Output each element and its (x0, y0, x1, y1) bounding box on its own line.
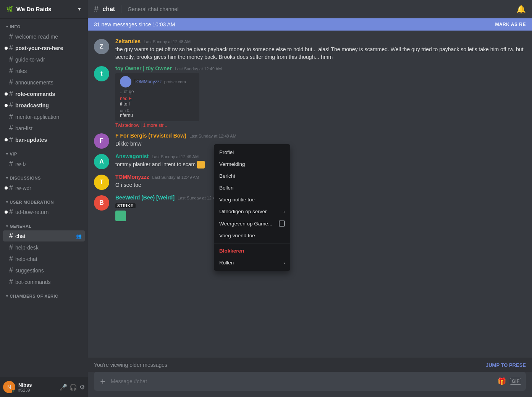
section-header-discussions[interactable]: ▾DISCUSSIONS (0, 170, 88, 182)
avatar: N (3, 381, 15, 393)
channel-hash-icon: # (9, 78, 13, 86)
message-timestamp: Last Sunday at 12:49 AM (175, 66, 222, 71)
embed-bottom-text: it to l (120, 101, 195, 107)
embed-username: Twistednow | 1 more str... (115, 123, 167, 128)
section-label: GENERAL (10, 224, 32, 228)
sidebar-item-welcome-read-me[interactable]: #welcome-read-me (3, 31, 85, 42)
mark-as-read-button[interactable]: MARK AS RE (495, 22, 526, 27)
context-menu-item-blokkeren[interactable]: Blokkeren (214, 245, 290, 257)
channel-name: role-commands (15, 91, 55, 97)
section-header-chambers-of-xeric[interactable]: ▾CHAMBERS OF XERIC (0, 288, 88, 300)
sidebar-item-help-chat[interactable]: #help-chat (3, 253, 85, 264)
message-author[interactable]: Zeltarules (115, 38, 141, 44)
unread-dot (5, 47, 8, 50)
add-attachment-button[interactable]: ＋ (99, 372, 107, 391)
server-name: 🌿 We Do Raids (6, 6, 51, 13)
message-author[interactable]: toy Owner | t0y Owner (115, 65, 172, 71)
channel-hash-icon: # (9, 124, 13, 132)
message-author[interactable]: BeeWeird (Bee) [Weird] (115, 194, 175, 201)
context-menu-divider (214, 243, 290, 243)
banner-text: 31 new messages since 10:03 AM (94, 21, 175, 28)
section-header-vip[interactable]: ▾VIP (0, 146, 88, 158)
sidebar-item-broadcasting[interactable]: #broadcasting (3, 100, 85, 111)
sidebar-item-rw-b[interactable]: #rw-b (3, 158, 85, 169)
channel-hash-icon: # (9, 90, 13, 98)
channel-hash-icon: # (9, 67, 13, 75)
section-header-info[interactable]: ▾INFO (0, 18, 88, 31)
sidebar-item-ud-bow-return[interactable]: #ud-bow-return (3, 206, 85, 217)
gif-button[interactable]: GIF (510, 378, 521, 385)
sidebar-item-announcements[interactable]: #announcements (3, 77, 85, 88)
channel-hash-icon: # (9, 208, 13, 216)
context-menu-item-bericht[interactable]: Bericht (214, 170, 290, 182)
jump-to-present-button[interactable]: JUMP TO PRESE (486, 362, 526, 368)
section-arrow-icon: ▾ (6, 25, 8, 29)
context-menu-item-voeg-vriend-toe[interactable]: Voeg vriend toe (214, 230, 290, 241)
channel-name: welcome-read-me (15, 34, 58, 40)
sidebar-item-role-commands[interactable]: #role-commands (3, 88, 85, 99)
bottom-emoji (115, 211, 526, 221)
header-divider (121, 5, 121, 13)
unread-dot (5, 138, 8, 141)
section-arrow-icon: ▾ (6, 152, 8, 156)
channel-name: ban-updates (15, 137, 47, 143)
message-author[interactable]: F For Bergis (Tvvisted Bow) (115, 133, 186, 139)
input-actions: 🎁 GIF (498, 377, 521, 386)
message-text: Dikke bmw (115, 140, 526, 148)
gift-icon[interactable]: 🎁 (498, 377, 506, 386)
channel-header: # chat General chat channel 🔔 (88, 0, 532, 18)
context-menu-item-uitnodigen-op-server[interactable]: Uitnodigen op server› (214, 206, 290, 217)
sidebar-item-rules[interactable]: #rules (3, 65, 85, 76)
context-menu-item-weergeven-op-game...[interactable]: Weergeven op Game... (214, 217, 290, 230)
section-label: INFO (10, 24, 21, 29)
message-author[interactable]: TOMMonyzzz (115, 174, 149, 180)
avatar: B (94, 195, 109, 211)
context-menu-item-vermelding[interactable]: Vermelding (214, 158, 290, 170)
notification-bell-icon[interactable]: 🔔 (516, 5, 526, 14)
sidebar-item-chat[interactable]: #chat👥 (3, 230, 85, 241)
main-content: # chat General chat channel 🔔 31 new mes… (88, 0, 532, 397)
section-label: DISCUSSIONS (10, 176, 41, 180)
channel-hash-icon: # (9, 55, 13, 63)
sidebar-item-guide-to-wdr[interactable]: #guide-to-wdr (3, 54, 85, 65)
mute-icon[interactable]: 🎤 (60, 384, 67, 391)
channel-name: rules (15, 68, 27, 74)
section-label: CHAMBERS OF XERIC (10, 294, 58, 298)
sidebar-item-help-desk[interactable]: #help-desk (3, 242, 85, 253)
message-input[interactable] (111, 374, 494, 389)
message-author[interactable]: Answagonist (115, 153, 149, 159)
sidebar-item-ban-list[interactable]: #ban-list (3, 123, 85, 134)
context-menu-item-bellen[interactable]: Bellen (214, 182, 290, 194)
sidebar-item-bot-commands[interactable]: #bot-commands (3, 276, 85, 287)
section-header-general[interactable]: ▾GENERAL (0, 218, 88, 230)
deafen-icon[interactable]: 🎧 (70, 384, 77, 391)
message-timestamp: Last Sunday at 12:49 AM (189, 134, 236, 138)
settings-icon[interactable]: ⚙ (79, 384, 85, 391)
channel-name: bot-commands (15, 279, 51, 285)
context-menu-item-profiel[interactable]: Profiel (214, 146, 290, 158)
channel-hash-icon: # (94, 4, 99, 14)
channel-name: help-desk (15, 245, 39, 251)
context-menu: ProfielVermeldingBerichtBellenVoeg notit… (214, 144, 290, 271)
section-header-user-moderation[interactable]: ▾USER MODERATION (0, 194, 88, 206)
section-label: USER MODERATION (10, 200, 54, 204)
sidebar-item-rw-wdr[interactable]: #rw-wdr (3, 182, 85, 193)
unread-dot (5, 92, 8, 96)
sidebar-item-suggestions[interactable]: #suggestions (3, 265, 85, 276)
channel-name: guide-to-wdr (15, 57, 45, 63)
embed-source: prntscr.com (164, 79, 186, 84)
context-menu-label: Vermelding (219, 161, 245, 167)
context-menu-item-voeg-notitie-toe[interactable]: Voeg notitie toe (214, 194, 290, 206)
older-messages-text: You're viewing older messages (94, 362, 167, 368)
sidebar-item-post-your-rsn-here[interactable]: #post-your-rsn-here (3, 42, 85, 53)
message-text: tommy planker and intent to scam (115, 161, 526, 169)
members-icon[interactable]: 👥 (76, 233, 82, 239)
server-header[interactable]: 🌿 We Do Raids ▼ (0, 0, 88, 18)
context-menu-item-rollen[interactable]: Rollen› (214, 257, 290, 269)
table-row: F F For Bergis (Tvvisted Bow) Last Sunda… (88, 131, 532, 150)
message-header: Zeltarules Last Sunday at 12:48 AM (115, 38, 526, 44)
table-row: B BeeWeird (Bee) [Weird] Last Sunday at … (88, 193, 532, 223)
embed-bottom-name: Twistednow | 1 more str... (115, 123, 526, 128)
sidebar-item-ban-updates[interactable]: #ban-updates (3, 134, 85, 145)
sidebar-item-mentor-application[interactable]: #mentor-application (3, 111, 85, 122)
